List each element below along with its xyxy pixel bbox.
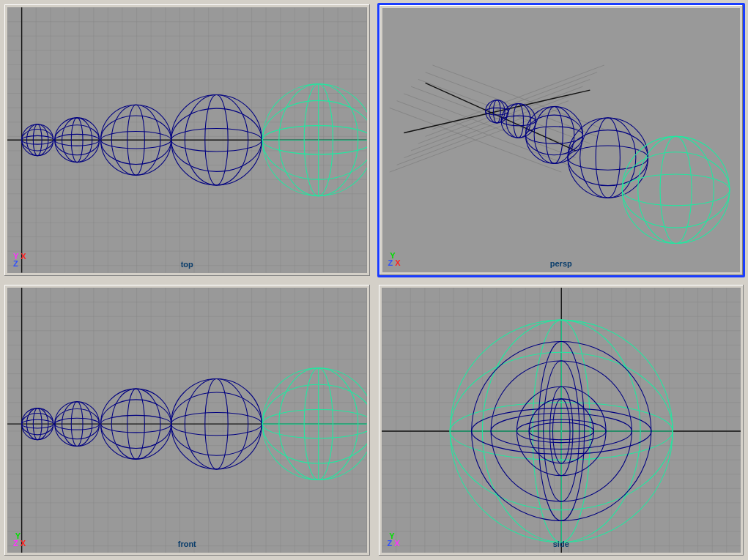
persp-svg (382, 8, 741, 272)
persp-objects (485, 100, 729, 244)
viewport-persp[interactable]: YZ X persp (377, 3, 746, 277)
viewport-label: side (553, 540, 569, 548)
front-grid (7, 288, 367, 553)
viewport-front[interactable]: YZ X front (3, 283, 371, 558)
viewport-persp-canvas[interactable]: YZ X persp (382, 8, 741, 272)
viewport-label: top (181, 260, 193, 269)
viewport-front-canvas[interactable]: YZ X front (7, 288, 367, 553)
side-objects (450, 320, 673, 542)
viewport-label: persp (550, 259, 572, 268)
four-view-layout: Y XZ top (0, 0, 748, 560)
viewport-top-canvas[interactable]: Y XZ top (7, 7, 367, 273)
front-svg (7, 288, 367, 553)
top-svg (7, 7, 367, 273)
persp-grid (389, 65, 604, 172)
side-svg (382, 288, 741, 553)
viewport-side[interactable]: YZ X side (377, 283, 746, 558)
viewport-top[interactable]: Y XZ top (3, 3, 371, 277)
viewport-side-canvas[interactable]: YZ X side (382, 288, 741, 553)
viewport-label: front (178, 540, 196, 548)
